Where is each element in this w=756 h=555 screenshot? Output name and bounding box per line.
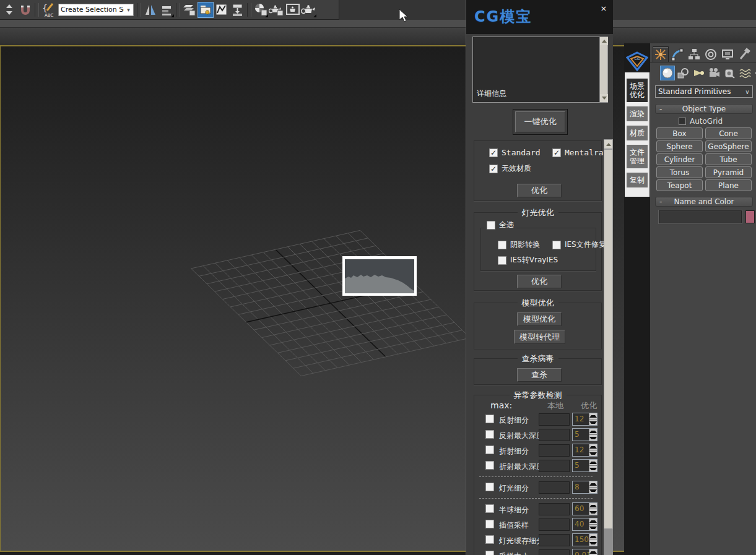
object-name-field[interactable] (659, 210, 742, 223)
param-checkbox[interactable] (485, 445, 494, 454)
light-checkbox-row[interactable]: 阴影转换 (498, 239, 540, 250)
param-local-field[interactable] (539, 413, 570, 426)
primitive-button[interactable]: Cone (705, 127, 752, 139)
spinner-down-icon[interactable] (589, 435, 597, 441)
spinner-buttons[interactable] (589, 481, 597, 493)
one-click-optimize-button[interactable]: 一键优化 (515, 111, 565, 132)
spinner-down-icon[interactable] (589, 488, 597, 493)
primitive-button[interactable]: Plane (705, 179, 752, 191)
category-helpers-icon[interactable] (722, 66, 737, 80)
primitive-button[interactable]: Teapot (656, 179, 703, 191)
autogrid-row[interactable]: AutoGrid (679, 117, 723, 126)
snap-magnet-icon[interactable] (17, 2, 33, 18)
spinner-up-icon[interactable] (589, 481, 597, 488)
rendered-frame-window-icon[interactable] (285, 2, 301, 18)
sidebar-tab[interactable]: 场景优化 (627, 79, 648, 102)
param-local-field[interactable] (539, 444, 570, 457)
param-local-field[interactable] (539, 429, 570, 441)
spinner-up-icon[interactable] (589, 429, 597, 435)
material-editor-icon[interactable] (253, 2, 269, 18)
primitive-button[interactable]: Box (656, 127, 703, 139)
param-spinner[interactable]: 8 (572, 481, 597, 494)
align-icon[interactable] (159, 2, 175, 18)
category-lights-icon[interactable] (691, 66, 706, 80)
light-optimize-button[interactable]: 优化 (517, 275, 562, 288)
light-checkbox-row[interactable]: IES文件修复 (552, 239, 606, 250)
primitive-button[interactable]: Pyramid (705, 166, 752, 178)
param-local-field[interactable] (539, 460, 570, 472)
param-checkbox[interactable] (485, 415, 494, 423)
checkbox[interactable] (489, 165, 498, 173)
spinner-buttons[interactable] (589, 413, 597, 425)
param-checkbox[interactable] (485, 430, 494, 439)
param-checkbox[interactable] (485, 461, 494, 470)
scene-explorer-toggle-icon[interactable] (198, 2, 214, 18)
spinner-buttons[interactable] (589, 503, 597, 515)
layer-manager-icon[interactable] (181, 2, 198, 18)
param-checkbox[interactable] (485, 504, 494, 513)
param-spinner[interactable]: 1500 (572, 533, 597, 546)
param-checkbox[interactable] (485, 535, 494, 544)
spinner-buttons[interactable] (589, 549, 597, 555)
named-selection-sets-icon[interactable]: {ABC (40, 2, 56, 18)
sidebar-tab[interactable]: 文件管理 (627, 145, 648, 168)
render-production-icon[interactable] (301, 2, 317, 18)
param-spinner[interactable]: 5 (572, 428, 597, 441)
scroll-up-icon[interactable] (600, 37, 608, 45)
close-icon[interactable]: × (599, 4, 609, 14)
spinner-down-icon[interactable] (589, 466, 597, 471)
scroll-up-icon[interactable] (604, 139, 613, 149)
scroll-down-icon[interactable] (600, 94, 608, 102)
tab-motion[interactable] (703, 46, 719, 62)
category-space-warps-icon[interactable] (737, 66, 752, 80)
category-shapes-icon[interactable] (676, 66, 690, 80)
param-spinner[interactable]: 40 (572, 518, 597, 531)
collapse-icon[interactable]: - (659, 105, 662, 113)
checkbox[interactable] (552, 241, 561, 249)
spinner-buttons[interactable] (589, 429, 597, 441)
chevron-down-icon[interactable]: ▾ (124, 4, 133, 15)
sidebar-tab[interactable]: 复制 (627, 173, 648, 187)
material-checkbox-row[interactable]: 无效材质 (489, 163, 531, 174)
plugin-titlebar[interactable]: CG模宝 × (466, 0, 613, 34)
material-checkbox-row[interactable]: Mentalray (552, 148, 608, 157)
param-local-field[interactable] (539, 534, 570, 546)
category-geometry-icon[interactable] (660, 66, 675, 80)
spinner-up-icon[interactable] (589, 518, 597, 525)
primitive-button[interactable]: Cylinder (656, 153, 703, 165)
scrollbar-thumb[interactable] (604, 149, 613, 529)
spinner-up-icon[interactable] (589, 460, 597, 466)
material-optimize-button[interactable]: 优化 (517, 184, 562, 197)
param-checkbox[interactable] (485, 520, 494, 528)
spinner-up-icon[interactable] (589, 503, 597, 509)
spinner-arrows-icon[interactable] (1, 2, 17, 18)
sidebar-tab[interactable]: 材质 (627, 126, 648, 140)
primitive-button[interactable]: Sphere (656, 140, 703, 152)
selection-set-dropdown[interactable]: Create Selection Set ▾ (58, 4, 134, 16)
param-checkbox[interactable] (485, 551, 494, 555)
param-spinner[interactable]: 0.01 (572, 549, 597, 555)
checkbox[interactable] (552, 148, 561, 157)
category-systems-icon[interactable] (753, 66, 756, 80)
primitive-button[interactable]: Tube (705, 153, 752, 165)
checkbox[interactable] (498, 256, 506, 265)
primitives-dropdown[interactable]: Standard Primitives ∨ (655, 85, 753, 98)
spinner-up-icon[interactable] (589, 534, 597, 540)
object-type-rollout-header[interactable]: - Object Type (655, 104, 753, 114)
model-to-proxy-button[interactable]: 模型转代理 (514, 330, 565, 344)
spinner-buttons[interactable] (589, 460, 597, 471)
param-spinner[interactable]: 12 (572, 444, 597, 457)
spinner-down-icon[interactable] (589, 525, 597, 530)
primitive-button[interactable]: Torus (656, 166, 703, 178)
tab-modify[interactable] (669, 46, 685, 62)
param-spinner[interactable]: 5 (572, 459, 597, 472)
select-all-checkbox[interactable] (487, 221, 495, 230)
primitive-button[interactable]: GeoSphere (705, 140, 752, 152)
name-color-rollout-header[interactable]: - Name and Color (655, 197, 753, 207)
curve-editor-icon[interactable] (214, 2, 230, 18)
param-spinner[interactable]: 60 (572, 502, 597, 515)
param-checkbox[interactable] (485, 483, 494, 491)
checkbox[interactable] (498, 241, 506, 249)
select-all-row[interactable]: 全选 (484, 220, 516, 230)
autogrid-checkbox[interactable] (679, 118, 686, 125)
